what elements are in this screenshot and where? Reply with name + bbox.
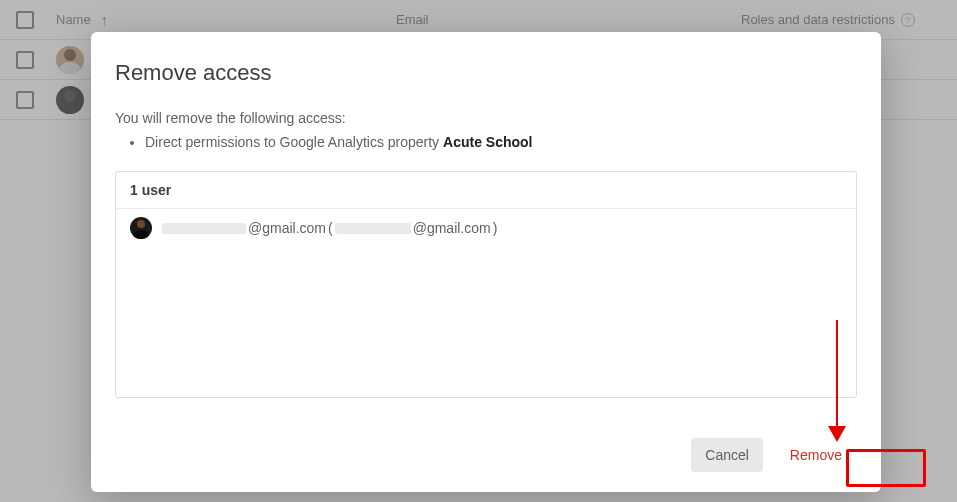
dialog-bullets: Direct permissions to Google Analytics p…: [145, 132, 857, 153]
remove-access-dialog: Remove access You will remove the follow…: [91, 32, 881, 492]
dialog-actions: Cancel Remove: [115, 398, 857, 472]
bullet-prefix: Direct permissions to Google Analytics p…: [145, 134, 443, 150]
paren-open: (: [328, 220, 333, 236]
redacted-text: [162, 223, 246, 234]
paren-close: ): [493, 220, 498, 236]
remove-button[interactable]: Remove: [775, 438, 857, 472]
user-email-display: @gmail.com (@gmail.com): [162, 220, 497, 236]
redacted-text: [335, 223, 411, 234]
paren-domain: @gmail.com: [413, 220, 491, 236]
user-count-label: 1 user: [116, 172, 856, 209]
bullet-property-name: Acute School: [443, 134, 532, 150]
dialog-bullet-item: Direct permissions to Google Analytics p…: [145, 132, 857, 153]
dialog-title: Remove access: [115, 60, 857, 86]
cancel-button[interactable]: Cancel: [691, 438, 763, 472]
user-row: @gmail.com (@gmail.com): [116, 209, 856, 247]
avatar: [130, 217, 152, 239]
user-panel: 1 user @gmail.com (@gmail.com): [115, 171, 857, 398]
dialog-intro: You will remove the following access:: [115, 110, 857, 126]
email-domain: @gmail.com: [248, 220, 326, 236]
